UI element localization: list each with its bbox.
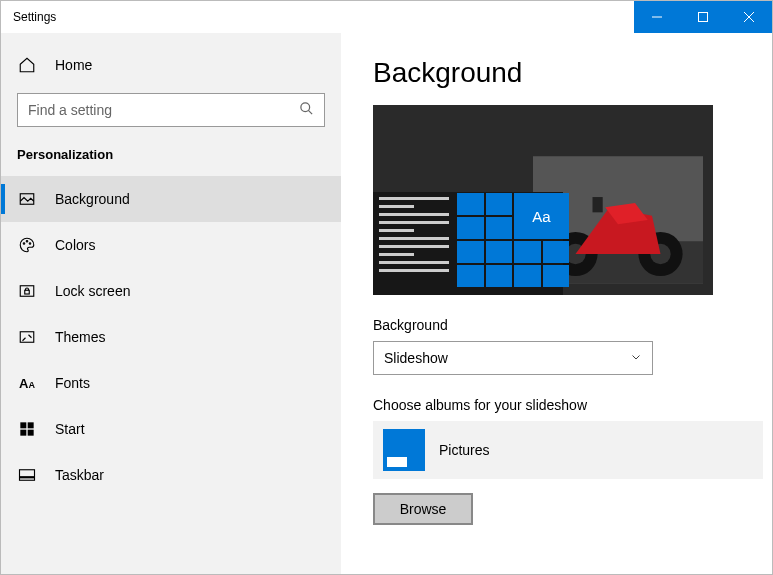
lock-icon [17,282,37,300]
svg-rect-1 [699,13,708,22]
category-header: Personalization [1,141,341,176]
svg-rect-16 [28,430,34,436]
page-title: Background [373,57,740,89]
window-caption-buttons [634,1,772,33]
nav-label: Taskbar [55,467,104,483]
svg-rect-25 [593,197,603,212]
preview-accent-tile: Aa [514,193,569,239]
nav-label: Lock screen [55,283,130,299]
fonts-icon: AA [17,376,37,391]
search-icon [299,101,314,120]
svg-rect-11 [25,290,30,294]
nav-label: Fonts [55,375,90,391]
browse-button[interactable]: Browse [373,493,473,525]
nav-list: Background Colors Lock screen Themes AA … [1,176,341,498]
start-icon [17,421,37,437]
nav-label: Start [55,421,85,437]
album-section-label: Choose albums for your slideshow [373,397,740,413]
maximize-icon [698,12,708,22]
home-icon [17,56,37,74]
preview-start-list [379,193,449,287]
svg-rect-14 [28,422,34,428]
nav-item-taskbar[interactable]: Taskbar [1,452,341,498]
nav-item-lock-screen[interactable]: Lock screen [1,268,341,314]
nav-item-fonts[interactable]: AA Fonts [1,360,341,406]
nav-item-background[interactable]: Background [1,176,341,222]
palette-icon [17,236,37,254]
svg-rect-12 [20,332,34,343]
svg-rect-15 [20,430,26,436]
picture-icon [17,190,37,208]
home-link[interactable]: Home [1,41,341,89]
svg-rect-10 [20,286,34,297]
close-button[interactable] [726,1,772,33]
background-dropdown-label: Background [373,317,740,333]
chevron-down-icon [630,350,642,366]
svg-point-9 [29,243,31,245]
svg-rect-13 [20,422,26,428]
browse-button-label: Browse [400,501,447,517]
search-input[interactable] [28,102,299,118]
svg-point-7 [23,243,25,245]
minimize-button[interactable] [634,1,680,33]
preview-start-tiles: Aa [457,193,569,287]
svg-point-4 [301,102,310,111]
svg-point-8 [26,241,28,243]
album-name: Pictures [439,442,490,458]
svg-line-5 [308,110,312,114]
main-panel: Background Aa Backg [341,33,772,574]
nav-label: Colors [55,237,95,253]
maximize-button[interactable] [680,1,726,33]
themes-icon [17,328,37,346]
nav-label: Themes [55,329,106,345]
background-dropdown-value: Slideshow [384,350,448,366]
nav-item-themes[interactable]: Themes [1,314,341,360]
minimize-icon [652,12,662,22]
background-preview: Aa [373,105,713,295]
taskbar-icon [17,468,37,482]
search-box[interactable] [17,93,325,127]
background-dropdown[interactable]: Slideshow [373,341,653,375]
window-title: Settings [1,1,68,33]
content-area: Home Personalization Background Colors L… [1,33,772,574]
home-label: Home [55,57,92,73]
titlebar: Settings [1,1,772,33]
close-icon [744,12,754,22]
svg-rect-17 [20,470,35,481]
nav-item-start[interactable]: Start [1,406,341,452]
nav-item-colors[interactable]: Colors [1,222,341,268]
sidebar: Home Personalization Background Colors L… [1,33,341,574]
nav-label: Background [55,191,130,207]
album-item[interactable]: Pictures [373,421,763,479]
folder-thumb-icon [383,429,425,471]
